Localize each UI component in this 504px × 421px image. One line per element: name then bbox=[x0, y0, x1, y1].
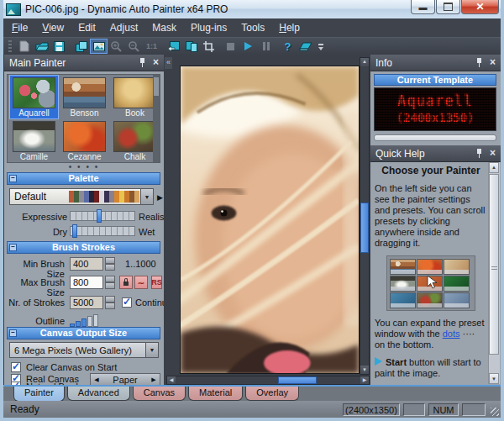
open-button[interactable] bbox=[33, 39, 50, 54]
maximize-button[interactable] bbox=[436, 0, 460, 14]
max-brush-spinner[interactable] bbox=[105, 276, 115, 289]
menu-help[interactable]: Help bbox=[279, 22, 300, 34]
source-image-button[interactable] bbox=[90, 39, 108, 54]
slider-thumb[interactable] bbox=[72, 224, 77, 238]
dropdown-arrow-icon[interactable]: ▼ bbox=[145, 343, 158, 357]
clear-canvas-checkbox[interactable] bbox=[11, 362, 21, 372]
zoom-out-button[interactable] bbox=[125, 39, 143, 54]
new-button[interactable] bbox=[15, 39, 33, 54]
pin-icon[interactable] bbox=[475, 58, 483, 67]
menu-plugins[interactable]: Plug-ins bbox=[191, 22, 227, 34]
scroll-up-icon[interactable]: ▲ bbox=[360, 58, 369, 66]
toolbar-overflow[interactable] bbox=[318, 42, 324, 50]
swap-view-button[interactable] bbox=[165, 39, 182, 54]
dots-link[interactable]: dots bbox=[443, 329, 460, 339]
paste-image-button[interactable] bbox=[72, 39, 90, 54]
stop-button[interactable] bbox=[222, 39, 239, 54]
lock-icon bbox=[123, 282, 129, 286]
scroll-up-icon[interactable]: ▲ bbox=[489, 162, 499, 173]
menu-view[interactable]: View bbox=[42, 22, 64, 34]
tab-advanced[interactable]: Advanced bbox=[67, 387, 130, 401]
preset-expand-dots[interactable]: • • • • bbox=[4, 163, 164, 171]
pause-button[interactable] bbox=[257, 39, 275, 54]
canvas-output-section-header[interactable]: − Canvas Output Size bbox=[7, 327, 160, 339]
preset-camille[interactable]: Camille bbox=[10, 119, 58, 162]
close-button[interactable]: ✕ bbox=[461, 0, 499, 14]
painter-button[interactable] bbox=[297, 39, 314, 54]
source-photo[interactable] bbox=[180, 66, 360, 374]
hscroll-thumb[interactable] bbox=[278, 376, 317, 384]
preset-thumbnail bbox=[113, 121, 156, 152]
dual-view-button[interactable] bbox=[182, 39, 200, 54]
zoom-in-button[interactable] bbox=[108, 39, 125, 54]
panel-close-icon[interactable]: × bbox=[490, 149, 496, 158]
preset-scrollbar[interactable] bbox=[153, 75, 160, 162]
crop-button[interactable] bbox=[200, 39, 218, 54]
rs-button[interactable]: RS bbox=[151, 276, 162, 289]
slider-thumb[interactable] bbox=[97, 209, 102, 223]
pin-icon[interactable] bbox=[475, 149, 483, 158]
scroll-right-icon[interactable]: ▶ bbox=[360, 376, 369, 384]
menu-edit[interactable]: Edit bbox=[78, 22, 96, 34]
strokes-label: Nr. of Strokes bbox=[4, 297, 65, 308]
slider-label-realistic: Realistic bbox=[139, 212, 164, 222]
menu-adjust[interactable]: Adjust bbox=[110, 22, 138, 34]
actual-size-button[interactable]: 1:1 bbox=[143, 39, 160, 54]
continuous-checkbox[interactable] bbox=[122, 297, 132, 308]
collapse-icon[interactable]: − bbox=[9, 175, 17, 182]
panel-close-icon[interactable]: × bbox=[153, 58, 159, 67]
play-button[interactable] bbox=[239, 39, 257, 54]
vertical-scrollbar[interactable]: ▲ ▼ bbox=[360, 57, 370, 375]
min-brush-input[interactable]: 400 bbox=[70, 257, 103, 271]
strokes-spinner[interactable] bbox=[105, 296, 115, 309]
preset-cezanne[interactable]: Cezanne bbox=[60, 119, 108, 162]
scroll-down-icon[interactable]: ▼ bbox=[489, 373, 499, 384]
quick-help-title: Quick Help bbox=[375, 148, 475, 160]
panel-close-icon[interactable]: × bbox=[490, 58, 496, 67]
collapse-icon[interactable]: − bbox=[9, 244, 17, 251]
save-button[interactable] bbox=[50, 39, 68, 54]
preset-aquarell[interactable]: Aquarell bbox=[10, 76, 58, 118]
outline-level-icon[interactable] bbox=[70, 314, 98, 327]
dropdown-arrow-icon[interactable]: ▼ bbox=[140, 189, 153, 204]
palette-more-arrow[interactable]: ▶ bbox=[157, 193, 163, 202]
brush-strokes-section-header[interactable]: − Brush Strokes bbox=[7, 241, 160, 254]
menu-mask[interactable]: Mask bbox=[152, 22, 176, 34]
min-brush-spinner[interactable] bbox=[105, 257, 115, 271]
preset-chalk[interactable]: Chalk bbox=[111, 119, 159, 162]
curve-button[interactable]: ∼ bbox=[134, 276, 148, 289]
dry-wet-slider[interactable] bbox=[70, 226, 135, 236]
panel-collapse-icon[interactable]: « bbox=[165, 57, 172, 69]
scroll-left-icon[interactable]: ◀ bbox=[167, 376, 176, 384]
quick-help-scrollbar[interactable]: ▲ ▼ bbox=[488, 162, 500, 384]
palette-dropdown[interactable]: Default ▼ bbox=[9, 188, 154, 205]
collapse-icon[interactable]: − bbox=[9, 329, 17, 337]
lock-button[interactable] bbox=[119, 276, 133, 289]
preset-thumbnail bbox=[13, 77, 55, 108]
canvas-output-title: Canvas Output Size bbox=[40, 328, 127, 338]
help-button[interactable]: ? bbox=[279, 39, 297, 54]
toolbar-grip[interactable] bbox=[8, 40, 12, 52]
tab-canvas[interactable]: Canvas bbox=[133, 387, 186, 401]
expressive-slider[interactable] bbox=[70, 211, 135, 221]
output-size-dropdown[interactable]: 6 Mega Pixels (Web Gallery) ▼ bbox=[9, 342, 159, 358]
pin-icon[interactable] bbox=[139, 58, 146, 67]
strokes-input[interactable]: 5000 bbox=[70, 296, 103, 309]
vscroll-thumb[interactable] bbox=[360, 203, 369, 253]
menu-tools[interactable]: Tools bbox=[241, 22, 265, 34]
qh-scroll-thumb[interactable] bbox=[489, 174, 499, 355]
tab-overlay[interactable]: Overlay bbox=[245, 387, 299, 401]
horizontal-scrollbar[interactable]: ◀ ▶ bbox=[166, 376, 370, 385]
preset-benson[interactable]: Benson bbox=[60, 76, 108, 118]
menu-file[interactable]: File bbox=[12, 22, 28, 34]
minimize-button[interactable]: ▬ bbox=[411, 0, 435, 14]
palette-section-header[interactable]: − Palette bbox=[7, 172, 160, 185]
pause-icon bbox=[263, 42, 270, 50]
scroll-down-icon[interactable]: ▼ bbox=[360, 366, 369, 374]
tab-painter[interactable]: Painter bbox=[13, 387, 65, 402]
resize-grip[interactable] bbox=[491, 408, 499, 416]
preset-book[interactable]: Book bbox=[111, 76, 159, 118]
max-brush-input[interactable]: 800 bbox=[70, 276, 103, 289]
tab-material[interactable]: Material bbox=[188, 387, 243, 401]
preset-list[interactable]: Aquarell Benson Book Camille Cezanne bbox=[7, 74, 160, 163]
